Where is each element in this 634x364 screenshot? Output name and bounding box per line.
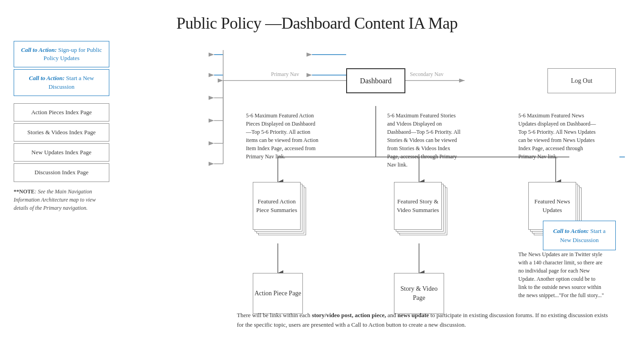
cta2-wrapper: Call to Action: Start a New Discussion [14,69,109,96]
news-desc: 5-6 Maximum Featured News Updates displa… [518,111,598,161]
sidebar: Call to Action: Sign-up for Public Polic… [14,41,109,212]
featured-action-section: Featured Action Piece Summaries [253,182,307,237]
dashboard-box: Dashboard [346,68,405,93]
bottom-text: There will be links within each story/vi… [237,311,616,330]
cta2-label: Call to Action: [29,75,65,81]
cta-right-box[interactable]: Call to Action: Start a New Discussion [543,221,616,250]
featured-story-section: Featured Story & Video Summaries [394,182,449,237]
cta1-button[interactable]: Call to Action: Sign-up for Public Polic… [14,41,109,67]
story-desc: 5-6 Maximum Featured Stories and Videos … [387,111,462,169]
action-pieces-index[interactable]: Action Pieces Index Page [14,103,109,121]
discussion-index[interactable]: Discussion Index Page [14,163,109,182]
logout-box[interactable]: Log Out [547,68,616,93]
featured-story-label: Featured Story & Video Summaries [394,182,442,230]
cta1-wrapper: Call to Action: Sign-up for Public Polic… [14,41,109,67]
featured-action-label: Featured Action Piece Summaries [253,182,301,230]
secondary-nav-label: Secondary Nav [410,71,444,78]
cta2-button[interactable]: Call to Action: Start a New Discussion [14,69,109,96]
page-title: Public Policy —Dashboard Content IA Map [0,0,634,42]
stories-videos-index[interactable]: Stories & Videos Index Page [14,123,109,142]
news-note: The News Updates are in Twitter style wi… [518,250,605,299]
featured-story-stacked: Featured Story & Video Summaries [394,182,449,237]
action-desc: 5-6 Maximum Featured Action Pieces Displ… [246,111,319,161]
nav-items: Action Pieces Index Page Stories & Video… [14,103,109,182]
diagram-area: Primary Nav Secondary Nav Dashboard Log … [118,41,625,337]
action-piece-page-box[interactable]: Action Piece Page [253,273,303,314]
sidebar-note: **NOTE: See the Main Navigation Informat… [14,187,109,212]
new-updates-index[interactable]: New Updates Index Page [14,143,109,162]
story-video-page-box[interactable]: Story & Video Page [394,273,444,314]
cta-right-label: Call to Action: [553,228,588,234]
featured-action-stacked: Featured Action Piece Summaries [253,182,307,237]
cta1-label: Call to Action: [21,46,56,53]
primary-nav-label: Primary Nav [271,71,299,78]
